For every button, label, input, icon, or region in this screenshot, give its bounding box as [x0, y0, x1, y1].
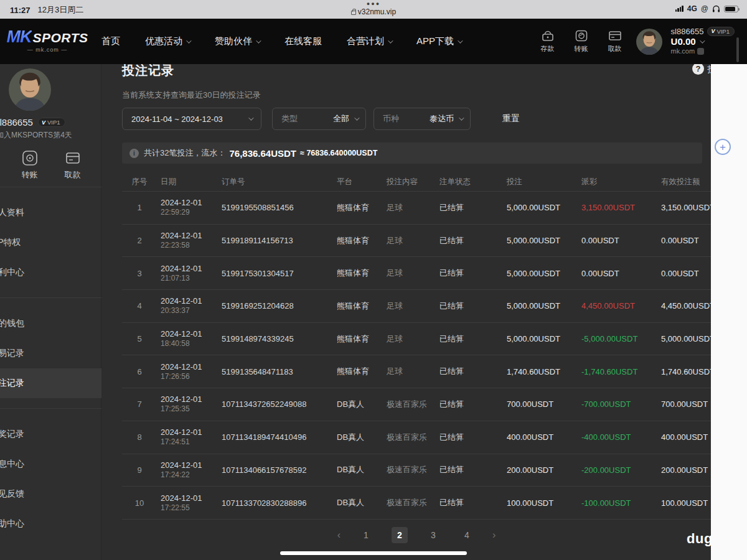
- page-button[interactable]: 3: [425, 527, 441, 543]
- cell-bet-amount: 5,000.00USDT: [507, 269, 581, 278]
- sidebar-menu-item[interactable]: 交易记录: [0, 338, 101, 368]
- page-button[interactable]: 2: [392, 527, 408, 543]
- nav-menu-item[interactable]: 首页: [101, 35, 120, 47]
- withdraw-button[interactable]: 取款: [603, 29, 627, 54]
- table-row: 52024-12-0118:40:585199148974339245熊猫体育足…: [122, 322, 711, 355]
- cell-date-day: 2024-12-01: [161, 296, 222, 306]
- avatar: [9, 68, 51, 111]
- tab-overview-dots-icon[interactable]: ●●●: [0, 1, 747, 6]
- table-row: 92024-12-0117:24:221071134066157678592DB…: [122, 454, 711, 487]
- divider: [0, 408, 101, 409]
- deposit-label: 存款: [535, 44, 560, 54]
- cell-seq: 1: [122, 203, 157, 212]
- cell-date-time: 22:23:58: [161, 241, 222, 250]
- transfer-icon: [22, 150, 38, 166]
- site-content: sl886655 VVIP1 加入MKSPORTS第4天 转账 取款 个人资料V…: [0, 64, 711, 560]
- watermark-text: dug: [687, 531, 711, 547]
- cell-order-number: 1071134066157678592: [222, 465, 337, 475]
- hotspot-icon: @: [701, 4, 708, 13]
- sidebar-menu-item[interactable]: 帮助中心: [0, 509, 101, 539]
- cell-order-number: 5199195508851456: [222, 203, 337, 212]
- cell-payout: -700.00USDT: [581, 399, 661, 409]
- summary-bar: i 共计32笔投注，流水： 76,836.64USDT ≈ 76836.6400…: [122, 142, 702, 164]
- nav-menu-item[interactable]: 在线客服: [284, 35, 322, 47]
- date-range-picker[interactable]: 2024-11-04 ~ 2024-12-03: [122, 108, 261, 130]
- type-select[interactable]: 类型 全部: [272, 108, 366, 130]
- nav-menu: 首页优惠活动赞助伙伴在线客服合营计划APP下载: [101, 19, 461, 64]
- sidebar-menu-item[interactable]: 我的钱包: [0, 309, 101, 338]
- cell-valid-amount: 0.00USDT: [661, 269, 711, 278]
- sidebar-menu-item[interactable]: 福利中心: [0, 258, 101, 287]
- home-indicator[interactable]: [280, 551, 467, 555]
- currency-select[interactable]: 币种 泰达币: [374, 108, 471, 130]
- sidebar-menu-item-label: 消息中心: [0, 459, 24, 470]
- cell-status: 已结算: [439, 399, 507, 410]
- sidebar-menu-item-label: 意见反馈: [0, 488, 24, 500]
- network-type: 4G: [687, 4, 697, 13]
- address-bar[interactable]: v32nmu.vip: [351, 7, 396, 16]
- page-button[interactable]: 1: [358, 527, 374, 543]
- prev-page-button[interactable]: ‹: [337, 527, 341, 543]
- mk-sports-logo[interactable]: MK SPORTS — mk.com —: [10, 27, 85, 53]
- column-header: 平台: [337, 177, 387, 187]
- cell-payout: -100.00USDT: [581, 498, 661, 508]
- sidebar-menu-item-label: 我的钱包: [0, 318, 24, 329]
- sidebar-menu-item[interactable]: 意见反馈: [0, 479, 101, 509]
- pagination: ‹1234›: [122, 527, 711, 543]
- nav-menu-item[interactable]: 合营计划: [347, 35, 392, 47]
- cell-payout: -1,740.60USDT: [581, 367, 661, 376]
- cell-bet-content: 足球: [387, 268, 439, 279]
- chevron-down-icon: [256, 38, 261, 43]
- nav-menu-item[interactable]: APP下载: [416, 35, 461, 47]
- sidebar-menu-item[interactable]: VIP特权: [0, 228, 101, 258]
- chevron-down-icon: [354, 115, 359, 120]
- cell-payout: 4,450.00USDT: [581, 301, 661, 310]
- table-row: 42024-12-0120:33:375199169251204628熊猫体育足…: [122, 289, 711, 322]
- cell-date-day: 2024-12-01: [161, 493, 222, 503]
- reset-button[interactable]: 重置: [502, 113, 520, 124]
- next-page-button[interactable]: ›: [492, 527, 496, 543]
- cell-date-time: 22:59:29: [161, 208, 222, 217]
- page-button[interactable]: 4: [459, 527, 475, 543]
- vip-badge: VVIP1: [38, 118, 65, 127]
- sidebar-transfer-button[interactable]: 转账: [8, 150, 51, 180]
- assistive-plus-button[interactable]: +: [715, 139, 731, 155]
- main-content: 投注记录 ? 投 当前系统支持查询最近30日的投注记录 2024-11-04 ~…: [111, 64, 711, 560]
- sidebar-menu-item-label: 福利中心: [0, 267, 24, 278]
- nav-menu-item-label: 在线客服: [284, 35, 322, 47]
- cell-bet-amount: 700.00USDT: [507, 399, 581, 409]
- sidebar-menu-item[interactable]: 消息中心: [0, 449, 101, 479]
- cell-bet-amount: 5,000.00USDT: [507, 301, 581, 310]
- sidebar-menu-item[interactable]: 个人资料: [0, 198, 101, 228]
- site-label: mk.com: [671, 47, 695, 56]
- avatar[interactable]: [636, 29, 662, 55]
- column-header: 序号: [122, 177, 157, 187]
- cell-date-time: 17:24:22: [161, 470, 222, 480]
- scrollbar-thumb[interactable]: [736, 37, 739, 62]
- nav-menu-item[interactable]: 优惠活动: [145, 35, 190, 47]
- cell-bet-amount: 100.00USDT: [507, 498, 581, 508]
- table-body: 12024-12-0122:59:295199195508851456熊猫体育足…: [122, 191, 711, 520]
- balance-value: U0.00: [671, 37, 696, 46]
- cell-bet-content: 极速百家乐: [387, 497, 439, 508]
- currency-label: 币种: [383, 113, 399, 124]
- nav-menu-item[interactable]: 赞助伙伴: [215, 35, 260, 47]
- chevron-down-icon: [700, 38, 705, 43]
- cell-platform: 熊猫体育: [337, 301, 387, 312]
- sidebar-withdraw-button[interactable]: 取款: [51, 150, 94, 180]
- sidebar-menu-item[interactable]: 投注记录: [0, 368, 101, 398]
- cell-order-number: 1071134189474410496: [222, 432, 337, 442]
- cell-valid-amount: 1,740.60USDT: [661, 367, 711, 376]
- cell-platform: 熊猫体育: [337, 366, 387, 377]
- cell-payout: 0.00USDT: [581, 236, 661, 245]
- table-row: 72024-12-0117:25:351071134372652249088DB…: [122, 388, 711, 421]
- query-hint-text: 当前系统支持查询最近30日的投注记录: [122, 90, 711, 101]
- balance-dropdown[interactable]: U0.00: [671, 37, 735, 46]
- sidebar-menu-item[interactable]: 中奖记录: [0, 419, 101, 449]
- divider: [0, 187, 101, 187]
- sidebar-menu-item-label: 中奖记录: [0, 429, 24, 440]
- cell-bet-amount: 5,000.00USDT: [507, 236, 581, 245]
- transfer-button[interactable]: 转账: [569, 29, 594, 54]
- cell-platform: 熊猫体育: [337, 235, 387, 246]
- deposit-button[interactable]: 存款: [535, 29, 560, 54]
